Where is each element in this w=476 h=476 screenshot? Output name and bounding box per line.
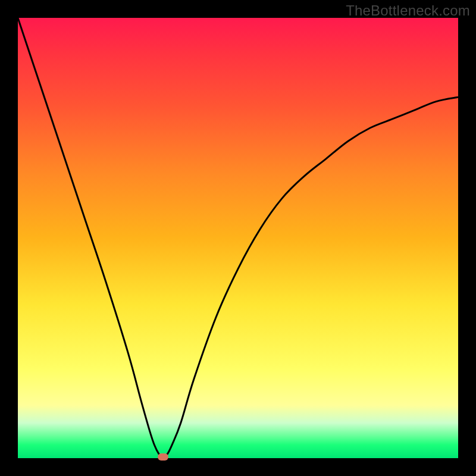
plot-area	[18, 18, 458, 458]
curve-path	[18, 18, 458, 458]
chart-frame: TheBottleneck.com	[0, 0, 476, 476]
optimum-marker	[158, 453, 168, 461]
bottleneck-curve	[18, 18, 458, 458]
watermark-text: TheBottleneck.com	[346, 2, 470, 19]
